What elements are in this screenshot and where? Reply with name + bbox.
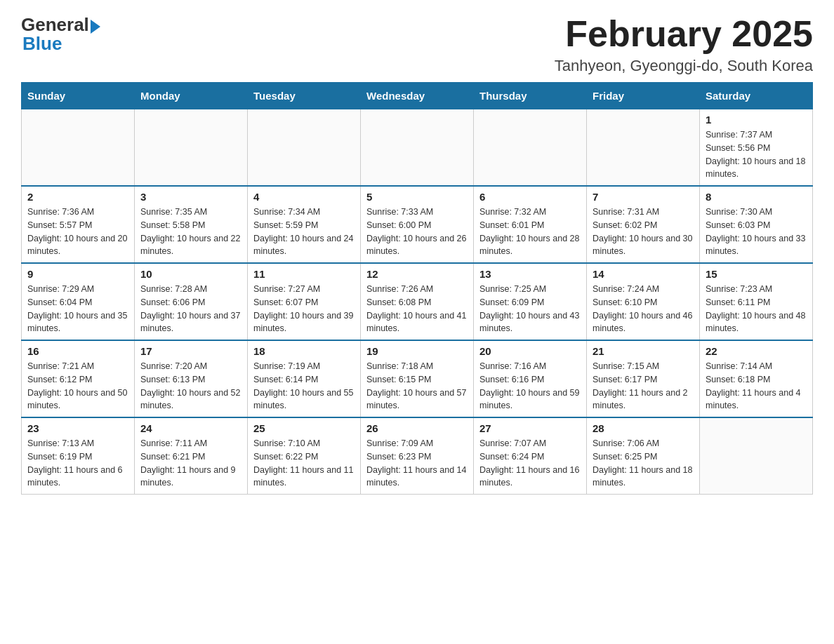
calendar-cell bbox=[474, 109, 587, 187]
day-number: 15 bbox=[706, 268, 807, 280]
calendar-cell: 6Sunrise: 7:32 AMSunset: 6:01 PMDaylight… bbox=[474, 186, 587, 263]
day-info: Sunrise: 7:07 AMSunset: 6:24 PMDaylight:… bbox=[479, 437, 581, 490]
logo: General Blue bbox=[21, 14, 100, 55]
calendar-header-friday: Friday bbox=[587, 83, 700, 109]
day-number: 2 bbox=[27, 191, 128, 203]
day-number: 11 bbox=[253, 268, 355, 280]
calendar-cell: 20Sunrise: 7:16 AMSunset: 6:16 PMDayligh… bbox=[474, 340, 587, 417]
day-info: Sunrise: 7:06 AMSunset: 6:25 PMDaylight:… bbox=[593, 437, 694, 490]
calendar-cell: 12Sunrise: 7:26 AMSunset: 6:08 PMDayligh… bbox=[361, 263, 474, 340]
calendar-cell: 17Sunrise: 7:20 AMSunset: 6:13 PMDayligh… bbox=[135, 340, 248, 417]
day-info: Sunrise: 7:29 AMSunset: 6:04 PMDaylight:… bbox=[27, 283, 128, 335]
day-number: 3 bbox=[140, 191, 241, 203]
day-info: Sunrise: 7:21 AMSunset: 6:12 PMDaylight:… bbox=[27, 360, 128, 412]
calendar-cell bbox=[700, 417, 813, 495]
day-number: 17 bbox=[140, 345, 241, 357]
calendar-cell: 8Sunrise: 7:30 AMSunset: 6:03 PMDaylight… bbox=[700, 186, 813, 263]
day-info: Sunrise: 7:34 AMSunset: 5:59 PMDaylight:… bbox=[253, 206, 355, 258]
calendar-cell: 27Sunrise: 7:07 AMSunset: 6:24 PMDayligh… bbox=[474, 417, 587, 495]
day-number: 1 bbox=[706, 114, 807, 126]
day-info: Sunrise: 7:15 AMSunset: 6:17 PMDaylight:… bbox=[593, 360, 694, 412]
day-info: Sunrise: 7:26 AMSunset: 6:08 PMDaylight:… bbox=[366, 283, 468, 335]
location-title: Tanhyeon, Gyeonggi-do, South Korea bbox=[555, 57, 813, 75]
day-number: 6 bbox=[479, 191, 581, 203]
day-number: 25 bbox=[253, 422, 355, 434]
day-number: 5 bbox=[366, 191, 468, 203]
day-number: 22 bbox=[706, 345, 807, 357]
calendar-week-row: 23Sunrise: 7:13 AMSunset: 6:19 PMDayligh… bbox=[22, 417, 813, 495]
calendar-week-row: 1Sunrise: 7:37 AMSunset: 5:56 PMDaylight… bbox=[22, 109, 813, 187]
day-info: Sunrise: 7:16 AMSunset: 6:16 PMDaylight:… bbox=[479, 360, 581, 412]
calendar-cell bbox=[22, 109, 135, 187]
day-info: Sunrise: 7:28 AMSunset: 6:06 PMDaylight:… bbox=[140, 283, 241, 335]
day-number: 21 bbox=[593, 345, 694, 357]
calendar-cell: 26Sunrise: 7:09 AMSunset: 6:23 PMDayligh… bbox=[361, 417, 474, 495]
calendar-cell: 14Sunrise: 7:24 AMSunset: 6:10 PMDayligh… bbox=[587, 263, 700, 340]
calendar-cell bbox=[248, 109, 361, 187]
calendar-cell: 13Sunrise: 7:25 AMSunset: 6:09 PMDayligh… bbox=[474, 263, 587, 340]
day-number: 12 bbox=[366, 268, 468, 280]
calendar-header-thursday: Thursday bbox=[474, 83, 587, 109]
day-number: 10 bbox=[140, 268, 241, 280]
calendar-cell: 11Sunrise: 7:27 AMSunset: 6:07 PMDayligh… bbox=[248, 263, 361, 340]
day-number: 19 bbox=[366, 345, 468, 357]
day-number: 27 bbox=[479, 422, 581, 434]
logo-arrow-icon bbox=[91, 20, 100, 34]
calendar-cell: 4Sunrise: 7:34 AMSunset: 5:59 PMDaylight… bbox=[248, 186, 361, 263]
calendar-cell: 5Sunrise: 7:33 AMSunset: 6:00 PMDaylight… bbox=[361, 186, 474, 263]
day-info: Sunrise: 7:09 AMSunset: 6:23 PMDaylight:… bbox=[366, 437, 468, 490]
calendar-cell bbox=[361, 109, 474, 187]
month-title: February 2025 bbox=[555, 14, 813, 54]
day-number: 14 bbox=[593, 268, 694, 280]
calendar-cell: 10Sunrise: 7:28 AMSunset: 6:06 PMDayligh… bbox=[135, 263, 248, 340]
calendar-week-row: 9Sunrise: 7:29 AMSunset: 6:04 PMDaylight… bbox=[22, 263, 813, 340]
calendar-cell: 23Sunrise: 7:13 AMSunset: 6:19 PMDayligh… bbox=[22, 417, 135, 495]
calendar-cell: 24Sunrise: 7:11 AMSunset: 6:21 PMDayligh… bbox=[135, 417, 248, 495]
day-info: Sunrise: 7:27 AMSunset: 6:07 PMDaylight:… bbox=[253, 283, 355, 335]
calendar-cell: 28Sunrise: 7:06 AMSunset: 6:25 PMDayligh… bbox=[587, 417, 700, 495]
calendar-cell: 22Sunrise: 7:14 AMSunset: 6:18 PMDayligh… bbox=[700, 340, 813, 417]
day-number: 26 bbox=[366, 422, 468, 434]
day-info: Sunrise: 7:37 AMSunset: 5:56 PMDaylight:… bbox=[706, 128, 807, 181]
day-number: 28 bbox=[593, 422, 694, 434]
calendar-cell: 9Sunrise: 7:29 AMSunset: 6:04 PMDaylight… bbox=[22, 263, 135, 340]
calendar-header-wednesday: Wednesday bbox=[361, 83, 474, 109]
day-info: Sunrise: 7:23 AMSunset: 6:11 PMDaylight:… bbox=[706, 283, 807, 335]
day-number: 8 bbox=[706, 191, 807, 203]
calendar-cell: 18Sunrise: 7:19 AMSunset: 6:14 PMDayligh… bbox=[248, 340, 361, 417]
calendar-cell bbox=[135, 109, 248, 187]
day-info: Sunrise: 7:25 AMSunset: 6:09 PMDaylight:… bbox=[479, 283, 581, 335]
day-info: Sunrise: 7:24 AMSunset: 6:10 PMDaylight:… bbox=[593, 283, 694, 335]
day-info: Sunrise: 7:19 AMSunset: 6:14 PMDaylight:… bbox=[253, 360, 355, 412]
day-number: 13 bbox=[479, 268, 581, 280]
day-info: Sunrise: 7:13 AMSunset: 6:19 PMDaylight:… bbox=[27, 437, 128, 490]
calendar-header-tuesday: Tuesday bbox=[248, 83, 361, 109]
day-info: Sunrise: 7:36 AMSunset: 5:57 PMDaylight:… bbox=[27, 206, 128, 258]
day-info: Sunrise: 7:18 AMSunset: 6:15 PMDaylight:… bbox=[366, 360, 468, 412]
day-info: Sunrise: 7:33 AMSunset: 6:00 PMDaylight:… bbox=[366, 206, 468, 258]
day-number: 16 bbox=[27, 345, 128, 357]
page-header: General Blue February 2025 Tanhyeon, Gye… bbox=[21, 14, 813, 75]
calendar-cell: 21Sunrise: 7:15 AMSunset: 6:17 PMDayligh… bbox=[587, 340, 700, 417]
logo-blue-text: Blue bbox=[22, 33, 62, 55]
title-area: February 2025 Tanhyeon, Gyeonggi-do, Sou… bbox=[555, 14, 813, 75]
day-number: 7 bbox=[593, 191, 694, 203]
day-info: Sunrise: 7:32 AMSunset: 6:01 PMDaylight:… bbox=[479, 206, 581, 258]
day-info: Sunrise: 7:30 AMSunset: 6:03 PMDaylight:… bbox=[706, 206, 807, 258]
calendar-header-row: SundayMondayTuesdayWednesdayThursdayFrid… bbox=[22, 83, 813, 109]
calendar-cell: 16Sunrise: 7:21 AMSunset: 6:12 PMDayligh… bbox=[22, 340, 135, 417]
day-number: 4 bbox=[253, 191, 355, 203]
calendar-header-saturday: Saturday bbox=[700, 83, 813, 109]
day-info: Sunrise: 7:10 AMSunset: 6:22 PMDaylight:… bbox=[253, 437, 355, 490]
day-number: 23 bbox=[27, 422, 128, 434]
calendar-cell: 1Sunrise: 7:37 AMSunset: 5:56 PMDaylight… bbox=[700, 109, 813, 187]
day-number: 18 bbox=[253, 345, 355, 357]
calendar-week-row: 16Sunrise: 7:21 AMSunset: 6:12 PMDayligh… bbox=[22, 340, 813, 417]
day-number: 9 bbox=[27, 268, 128, 280]
day-info: Sunrise: 7:35 AMSunset: 5:58 PMDaylight:… bbox=[140, 206, 241, 258]
calendar-cell: 25Sunrise: 7:10 AMSunset: 6:22 PMDayligh… bbox=[248, 417, 361, 495]
calendar-table: SundayMondayTuesdayWednesdayThursdayFrid… bbox=[21, 82, 813, 495]
day-info: Sunrise: 7:14 AMSunset: 6:18 PMDaylight:… bbox=[706, 360, 807, 412]
calendar-week-row: 2Sunrise: 7:36 AMSunset: 5:57 PMDaylight… bbox=[22, 186, 813, 263]
calendar-cell: 3Sunrise: 7:35 AMSunset: 5:58 PMDaylight… bbox=[135, 186, 248, 263]
